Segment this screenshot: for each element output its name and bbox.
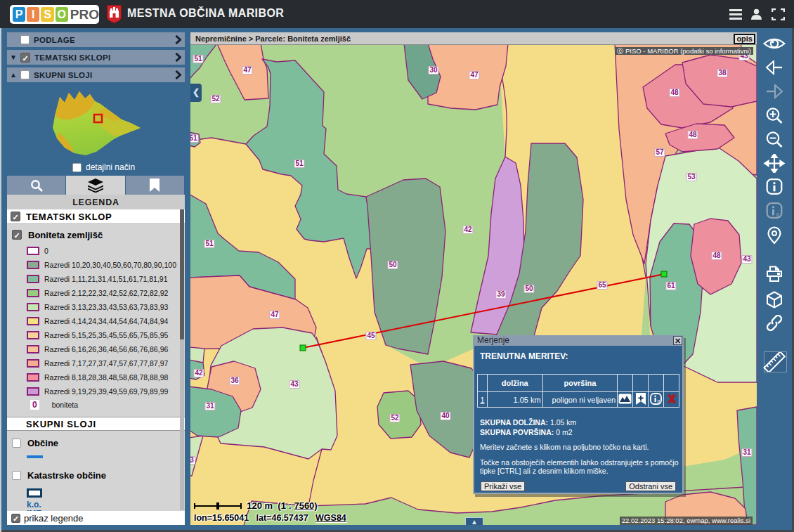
svg-text:g: g (776, 211, 779, 217)
svg-text:g: g (657, 398, 660, 404)
